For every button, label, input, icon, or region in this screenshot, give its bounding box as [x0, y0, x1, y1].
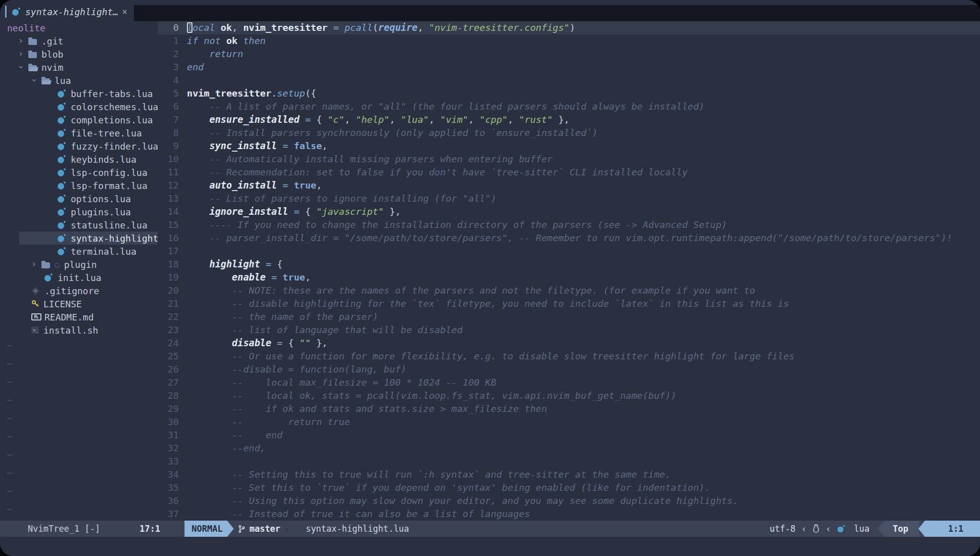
tree-item-completions.lua[interactable]: completions.lua [0, 113, 158, 126]
code-line-34[interactable]: 34 -- Setting this to true will run `:h … [158, 468, 980, 481]
tab-syntax-highlight[interactable]: syntax-highlight… × [5, 2, 132, 21]
code-text: -- return true [187, 415, 350, 429]
code-line-23[interactable]: 23 -- list of language that will be disa… [158, 323, 980, 337]
code-line-17[interactable]: 17 [158, 245, 980, 258]
code-line-35[interactable]: 35 -- Set this to `true` if you depend o… [158, 481, 980, 494]
code-line-37[interactable]: 37 -- Instead of true it can also be a l… [158, 507, 980, 521]
tabline-empty-area [134, 5, 980, 21]
code-line-2[interactable]: 2 return [158, 48, 980, 61]
code-line-36[interactable]: 36 -- Using this option may slow down yo… [158, 494, 980, 507]
code-line-8[interactable]: 8 -- Install parsers synchronously (only… [158, 126, 980, 140]
scroll-position: Top [877, 521, 919, 537]
lua-file-icon [58, 89, 66, 98]
line-number: 37 [158, 507, 187, 521]
code-text: ---- If you need to change the installat… [187, 218, 727, 231]
close-icon[interactable]: × [122, 7, 127, 17]
tree-item-label: lsp-config.lua [71, 167, 148, 178]
code-line-5[interactable]: 5nvim_treesitter.setup({ [158, 87, 980, 100]
code-line-12[interactable]: 12 auto_install = true, [158, 179, 980, 192]
git-branch: master [238, 521, 280, 537]
tree-item-buffer-tabs.lua[interactable]: buffer-tabs.lua [0, 87, 158, 100]
tree-item-init.lua[interactable]: init.lua [0, 271, 158, 284]
code-text: highlight = { [187, 258, 282, 271]
empty-line-tilde: ~ [0, 482, 158, 500]
chevron-right-icon: › [18, 50, 23, 58]
code-line-30[interactable]: 30 -- return true [158, 415, 980, 429]
tree-item-file-tree.lua[interactable]: file-tree.lua [0, 126, 158, 140]
tree-item-plugins.lua[interactable]: plugins.lua [0, 205, 158, 218]
tree-item-README.md[interactable]: README.md [0, 310, 158, 323]
tree-item-terminal.lua[interactable]: terminal.lua [0, 245, 158, 258]
code-text: -- List of parsers to ignore installing … [187, 192, 497, 205]
code-line-15[interactable]: 15 ---- If you need to change the instal… [158, 218, 980, 231]
lua-file-icon [58, 155, 66, 163]
line-number: 33 [158, 455, 187, 468]
tree-item-plugin[interactable]: ›◌plugin [0, 258, 158, 271]
tree-item-lsp-format.lua[interactable]: lsp-format.lua [0, 179, 158, 192]
tree-item-lsp-config.lua[interactable]: lsp-config.lua [0, 166, 158, 179]
code-line-29[interactable]: 29 -- if ok and stats and stats.size > m… [158, 402, 980, 415]
code-line-31[interactable]: 31 -- end [158, 429, 980, 442]
code-line-1[interactable]: 1if not ok then [158, 34, 980, 48]
tree-item-colorschemes.lua[interactable]: colorschemes.lua [0, 100, 158, 113]
tree-item-.git[interactable]: ›.git [0, 34, 158, 48]
line-number: 3 [158, 61, 187, 74]
code-line-3[interactable]: 3end [158, 61, 980, 74]
code-text: -- end [187, 429, 282, 442]
tree-item-label: statusline.lua [71, 220, 148, 230]
line-number: 30 [158, 415, 187, 429]
tab-title: syntax-highlight… [25, 7, 118, 17]
code-line-16[interactable]: 16 -- parser_install_dir = "/some/path/t… [158, 231, 980, 245]
tree-item-label: buffer-tabs.lua [71, 88, 153, 99]
tree-item-options.lua[interactable]: options.lua [0, 192, 158, 205]
code-line-10[interactable]: 10 -- Automatically install missing pars… [158, 153, 980, 166]
tree-item-fuzzy-finder.lua[interactable]: fuzzy-finder.lua [0, 140, 158, 153]
command-line[interactable] [0, 537, 980, 556]
code-line-24[interactable]: 24 disable = { "" }, [158, 337, 980, 350]
code-line-32[interactable]: 32 --end, [158, 442, 980, 455]
statusline-separator: › [283, 521, 289, 537]
code-line-26[interactable]: 26 --disable = function(lang, buf) [158, 363, 980, 376]
code-line-9[interactable]: 9 sync_install = false, [158, 140, 980, 153]
lua-file-icon [58, 103, 66, 111]
code-line-19[interactable]: 19 enable = true, [158, 271, 980, 284]
statusline-filename: syntax-highlight.lua [306, 521, 409, 537]
code-text: -- list of language that will be disable… [187, 323, 463, 337]
code-line-22[interactable]: 22 -- the name of the parser) [158, 310, 980, 323]
tree-item-label: plugin [64, 259, 97, 270]
code-text: ensure_installed = { "c", "help", "lua",… [187, 113, 570, 126]
code-line-14[interactable]: 14 ignore_install = { "javascript" }, [158, 205, 980, 218]
code-line-6[interactable]: 6 -- A list of parser names, or "all" (t… [158, 100, 980, 113]
statusline-buffer-name: NvimTree_1 [-] [28, 521, 100, 537]
line-number: 36 [158, 494, 187, 507]
tree-item-statusline.lua[interactable]: statusline.lua [0, 218, 158, 231]
tree-item-nvim[interactable]: ›nvim [0, 61, 158, 74]
tree-item-neolite[interactable]: neolite [0, 21, 158, 34]
code-line-21[interactable]: 21 -- disable highlighting for the `tex`… [158, 297, 980, 310]
code-text: -- the name of the parser) [187, 310, 378, 323]
file-tree: neolite›.git›blob›nvim›luabuffer-tabs.lu… [0, 21, 158, 521]
code-line-11[interactable]: 11 -- Recommendation: set to false if yo… [158, 166, 980, 179]
code-line-28[interactable]: 28 -- local ok, stats = pcall(vim.loop.f… [158, 389, 980, 402]
tree-item-LICENSE[interactable]: LICENSE [0, 297, 158, 310]
code-text: -- A list of parser names, or "all" (the… [187, 100, 705, 113]
code-text: -- if ok and stats and stats.size > max_… [187, 402, 547, 415]
line-number: 16 [158, 231, 187, 245]
code-line-27[interactable]: 27 -- local max_filesize = 100 * 1024 --… [158, 376, 980, 389]
tree-item-install.sh[interactable]: install.sh [0, 323, 158, 337]
code-line-4[interactable]: 4 [158, 74, 980, 87]
tree-item-label: .gitignore [44, 286, 99, 296]
code-line-25[interactable]: 25 -- Or use a function for more flexibi… [158, 350, 980, 363]
tree-item-blob[interactable]: ›blob [0, 48, 158, 61]
code-line-20[interactable]: 20 -- NOTE: these are the names of the p… [158, 284, 980, 297]
tree-item-.gitignore[interactable]: .gitignore [0, 284, 158, 297]
code-line-18[interactable]: 18 highlight = { [158, 258, 980, 271]
code-line-7[interactable]: 7 ensure_installed = { "c", "help", "lua… [158, 113, 980, 126]
tree-item-keybinds.lua[interactable]: keybinds.lua [0, 153, 158, 166]
code-line-13[interactable]: 13 -- List of parsers to ignore installi… [158, 192, 980, 205]
tree-item-syntax-highlight.lua[interactable]: syntax-highlight.lua [0, 231, 158, 245]
tree-item-lua[interactable]: ›lua [0, 74, 158, 87]
code-line-0[interactable]: 0local ok, nvim_treesitter = pcall(requi… [158, 21, 980, 34]
code-line-33[interactable]: 33 [158, 455, 980, 468]
code-text: auto_install = true, [187, 179, 322, 192]
